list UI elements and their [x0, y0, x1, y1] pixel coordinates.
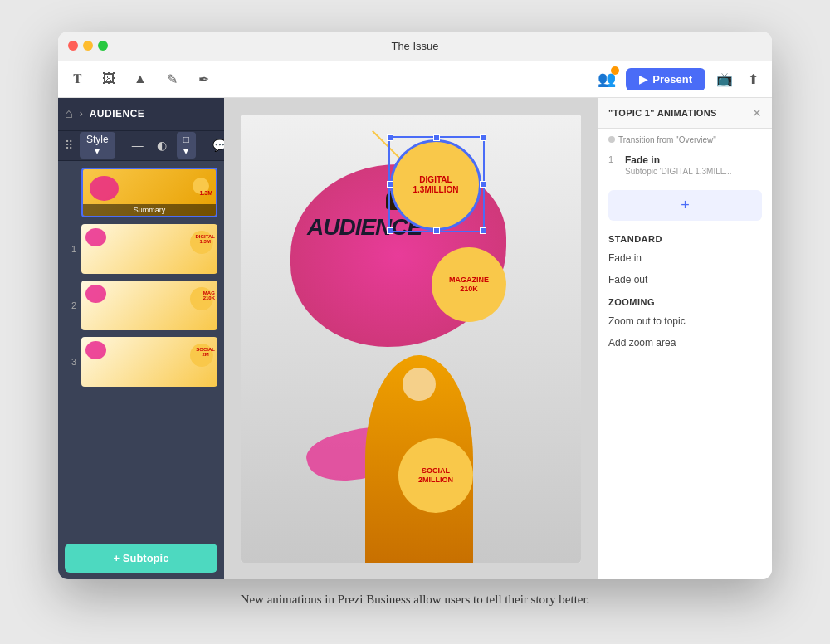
canvas-area: AUDIENCE DIGITAL: [224, 98, 598, 579]
thumbnail-content: MAG210K: [81, 281, 217, 330]
thumb-blob: [85, 285, 106, 303]
slide-number: 1: [65, 244, 76, 254]
breadcrumb-separator: ›: [80, 108, 83, 120]
thumbnail-content: SOCIAL2M: [81, 337, 217, 387]
brush-tool[interactable]: ✒: [194, 70, 212, 88]
pen-tool[interactable]: ✎: [163, 70, 181, 88]
transition-dot: [608, 136, 615, 143]
list-item[interactable]: 1 DIGITAL1.3M: [65, 224, 217, 274]
screen-share-icon[interactable]: 📺: [715, 70, 734, 88]
text-tool[interactable]: 𝐓: [68, 70, 86, 88]
add-animation-button[interactable]: +: [608, 190, 762, 221]
person-head: [403, 368, 436, 401]
anim-subtitle: Subtopic 'DIGITAL 1.3MILL...: [625, 167, 762, 176]
slide-thumbnail-3[interactable]: SOCIAL2M: [81, 337, 217, 387]
window-title: The Issue: [391, 40, 438, 52]
handle-top-left[interactable]: [387, 134, 393, 141]
social-label: SOCIAL 2MILLION: [418, 466, 453, 485]
slide-canvas: AUDIENCE DIGITAL: [241, 115, 581, 563]
panel-title: "TOPIC 1" ANIMATIONS: [608, 108, 717, 118]
social-circle[interactable]: SOCIAL 2MILLION: [398, 438, 473, 513]
main-area: ⌂ › AUDIENCE ⠿ Style ▾ — ◐ □ ▾ 💬: [58, 98, 772, 579]
zoom-out-item[interactable]: Zoom out to topic: [598, 310, 772, 332]
fade-out-item[interactable]: Fade out: [598, 269, 772, 290]
magazine-label: MAGAZINE 210K: [449, 276, 489, 294]
slide-thumbnail-2[interactable]: MAG210K: [81, 281, 217, 330]
line-tool[interactable]: —: [129, 137, 147, 154]
share-icon[interactable]: ⬆: [744, 70, 762, 88]
image-tool[interactable]: 🖼: [100, 70, 118, 88]
thumb-text: 1.3M: [199, 189, 212, 195]
play-icon: ▶: [639, 73, 647, 85]
thumb-label: MAG210K: [203, 290, 215, 301]
list-item[interactable]: 2 MAG210K: [65, 281, 217, 330]
thumbnail-content: DIGITAL1.3M: [81, 224, 217, 274]
list-item[interactable]: 1.3M Summary: [65, 168, 217, 217]
anim-name: Fade in: [625, 154, 762, 166]
zooming-section-label: ZOOMING: [598, 290, 772, 310]
window-controls: [68, 41, 108, 51]
secondary-toolbar: ⠿ Style ▾ — ◐ □ ▾ 💬: [58, 131, 224, 161]
anim-content: Fade in Subtopic 'DIGITAL 1.3MILL...: [625, 154, 762, 176]
thumb-blob: [85, 228, 106, 246]
handle-top-right[interactable]: [480, 134, 486, 141]
tool-group-left: 𝐓 🖼 ▲ ✎ ✒: [68, 70, 212, 88]
layout-dropdown[interactable]: □ ▾: [177, 132, 196, 159]
slide-number: 3: [65, 357, 76, 367]
close-button[interactable]: [68, 41, 78, 51]
panel-close-button[interactable]: ✕: [752, 106, 762, 120]
panel-header: "TOPIC 1" ANIMATIONS ✕: [598, 98, 772, 129]
breadcrumb-label: AUDIENCE: [90, 108, 145, 120]
slide-number: 2: [65, 300, 76, 310]
collaboration-icon[interactable]: 👥: [598, 70, 616, 88]
thumb-label: SOCIAL2M: [196, 347, 215, 358]
digital-label: DIGITAL 1.3MILLION: [413, 175, 458, 195]
animation-item[interactable]: 1 Fade in Subtopic 'DIGITAL 1.3MILL...: [598, 148, 772, 183]
tool-group-right: 👥 ▶ Present 📺 ⬆: [598, 68, 762, 90]
sidebar: ⌂ › AUDIENCE ⠿ Style ▾ — ◐ □ ▾ 💬: [58, 98, 224, 579]
add-zoom-area-item[interactable]: Add zoom area: [598, 332, 772, 354]
add-subtopic-button[interactable]: + Subtopic: [65, 544, 217, 573]
breadcrumb-bar: ⌂ › AUDIENCE: [58, 98, 224, 131]
home-icon[interactable]: ⌂: [65, 106, 73, 121]
main-toolbar: 𝐓 🖼 ▲ ✎ ✒ 👥 ▶ Present 📺 ⬆: [58, 61, 772, 98]
slide-label: Summary: [83, 204, 216, 216]
present-button[interactable]: ▶ Present: [626, 68, 706, 90]
drag-handle-icon: ⠿: [65, 139, 73, 152]
slide-thumbnail-1[interactable]: DIGITAL1.3M: [81, 224, 217, 274]
thumb-blob: [85, 341, 106, 359]
fill-tool[interactable]: ◐: [154, 137, 170, 154]
notification-badge: [611, 66, 619, 75]
transition-label: Transition from "Overview": [598, 129, 772, 148]
style-dropdown[interactable]: Style ▾: [80, 132, 115, 159]
magazine-circle[interactable]: MAGAZINE 210K: [432, 247, 506, 322]
shape-tool[interactable]: ▲: [131, 70, 149, 88]
maximize-button[interactable]: [98, 41, 108, 51]
list-item[interactable]: 3 SOCIAL2M: [65, 337, 217, 387]
minimize-button[interactable]: [83, 41, 93, 51]
app-window: The Issue 𝐓 🖼 ▲ ✎ ✒ 👥 ▶ Present 📺 ⬆: [58, 32, 772, 579]
canvas-background: AUDIENCE DIGITAL: [241, 115, 581, 563]
animations-panel: "TOPIC 1" ANIMATIONS ✕ Transition from "…: [598, 98, 772, 579]
slide-list: 1.3M Summary 1 DIGITAL1.3M: [58, 161, 224, 537]
fade-in-item[interactable]: Fade in: [598, 247, 772, 269]
thumb-label: DIGITAL1.3M: [195, 234, 215, 245]
digital-circle[interactable]: DIGITAL 1.3MILLION: [390, 139, 481, 231]
page-caption: New animations in Prezi Business allow u…: [224, 579, 607, 613]
titlebar: The Issue: [58, 32, 772, 61]
standard-section-label: STANDARD: [598, 227, 772, 247]
thumb-blob: [90, 176, 119, 201]
slide-thumbnail-summary[interactable]: 1.3M Summary: [81, 168, 217, 217]
anim-number: 1: [608, 154, 618, 164]
